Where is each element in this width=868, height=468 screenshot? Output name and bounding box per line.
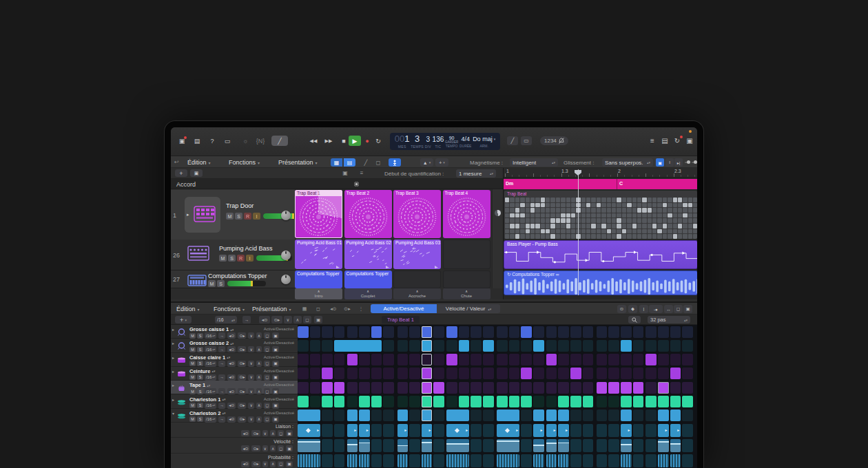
- step-slot[interactable]: [334, 410, 345, 421]
- step-slot[interactable]: [658, 326, 669, 338]
- step-slot[interactable]: [310, 340, 321, 352]
- step-slot[interactable]: [422, 354, 433, 365]
- mute-button[interactable]: M: [189, 347, 196, 352]
- step-on[interactable]: [322, 396, 333, 407]
- lane-cell-vel[interactable]: [422, 439, 433, 452]
- octave-up-icon[interactable]: ∧: [256, 361, 262, 367]
- pointer-tool-select[interactable]: ▲▾: [420, 158, 433, 167]
- lane-up-icon[interactable]: ∧: [270, 461, 276, 467]
- solo-button[interactable]: S: [197, 374, 203, 380]
- clear-icon[interactable]: ◻: [264, 374, 270, 381]
- step-slot[interactable]: [446, 396, 457, 407]
- step-slot[interactable]: [359, 326, 370, 338]
- monitor-icon[interactable]: ◆: [628, 305, 637, 313]
- lane-slot[interactable]: [409, 424, 420, 437]
- step-slot[interactable]: [533, 326, 544, 338]
- search-zoom-button[interactable]: [628, 316, 641, 323]
- lane-shift-left-icon[interactable]: ◂⊙: [241, 430, 249, 436]
- pan-knob[interactable]: [281, 211, 291, 220]
- lane-slot[interactable]: [682, 439, 693, 452]
- step-slot[interactable]: [670, 326, 681, 338]
- step-slot[interactable]: [347, 382, 358, 394]
- lane-slot[interactable]: [570, 424, 581, 437]
- solo-button[interactable]: S: [197, 333, 203, 339]
- record-enable-button[interactable]: R: [237, 255, 245, 262]
- step-slot[interactable]: [409, 396, 420, 407]
- lane-clear-icon[interactable]: ◻: [278, 445, 284, 451]
- fill-icon[interactable]: ▣: [272, 416, 279, 423]
- lane-cell-vel[interactable]: [533, 439, 544, 452]
- solo-button[interactable]: S: [197, 416, 203, 422]
- step-slot[interactable]: [597, 396, 608, 407]
- solo-button[interactable]: S: [228, 255, 236, 262]
- menu-presentation[interactable]: Présentation▾: [278, 159, 318, 166]
- mute-button[interactable]: M: [189, 389, 196, 394]
- step-on[interactable]: [422, 396, 433, 407]
- step-slot[interactable]: [621, 326, 632, 338]
- step-slot[interactable]: [497, 340, 508, 352]
- fill-icon[interactable]: ▣: [272, 346, 279, 352]
- step-slot[interactable]: [682, 410, 693, 421]
- octave-up-icon[interactable]: ∧: [256, 332, 262, 339]
- step-slot[interactable]: [633, 326, 644, 338]
- text-tool-icon[interactable]: I: [639, 305, 648, 313]
- step-on[interactable]: [546, 354, 557, 365]
- octave-up-icon[interactable]: ∧: [256, 403, 262, 409]
- mute-button[interactable]: M: [208, 280, 216, 287]
- step-slot[interactable]: [570, 340, 581, 352]
- step-slot[interactable]: [558, 326, 569, 338]
- octave-up-icon[interactable]: ∧: [293, 316, 302, 323]
- step-on[interactable]: [521, 326, 532, 338]
- step-slot[interactable]: [546, 326, 557, 338]
- row-disclosure[interactable]: ▸: [172, 341, 174, 345]
- step-slot[interactable]: [483, 410, 494, 421]
- step-slot[interactable]: [433, 340, 444, 352]
- lane-slot[interactable]: [433, 424, 444, 437]
- row-rate[interactable]: /16▴▾: [205, 403, 216, 409]
- step-on[interactable]: [633, 382, 644, 394]
- step-slot[interactable]: [497, 382, 508, 394]
- step-slot[interactable]: [397, 326, 409, 338]
- step-on[interactable]: [446, 326, 457, 338]
- lane-cell-tie[interactable]: ▸: [397, 424, 409, 437]
- seq-row-header[interactable]: ▸Charleston 1▴▾Activé/DesactivéMS/16▴▾→◂…: [171, 395, 298, 409]
- empty-cell-slot[interactable]: [393, 270, 441, 288]
- lane-cell-vel[interactable]: [347, 439, 358, 452]
- lane-cell-tie[interactable]: ▸: [298, 424, 320, 437]
- step-slot[interactable]: [471, 326, 482, 338]
- lane-cell-prob[interactable]: [658, 454, 669, 467]
- row-rate[interactable]: /16▴▾: [205, 388, 216, 394]
- row-disclosure[interactable]: ▾: [172, 411, 174, 416]
- h-zoom-slider[interactable]: [692, 162, 696, 163]
- lane-cell-tie[interactable]: ▸: [497, 424, 519, 437]
- step-on[interactable]: [583, 396, 594, 407]
- row-rate[interactable]: /16▴▾: [205, 332, 216, 339]
- step-slot[interactable]: [645, 410, 657, 421]
- step-on[interactable]: [433, 396, 444, 407]
- window-icon[interactable]: ▣: [683, 305, 692, 313]
- step-slot[interactable]: [509, 382, 520, 394]
- lane-cell-vel[interactable]: [558, 439, 569, 452]
- snap-select[interactable]: Intelligent▴▾: [510, 158, 558, 167]
- step-rate-select[interactable]: /16▴▾: [215, 316, 237, 323]
- lane-fill-icon[interactable]: ▣: [286, 445, 293, 451]
- step-slot[interactable]: [298, 382, 309, 394]
- lane-slot[interactable]: [633, 424, 644, 437]
- step-slot[interactable]: [347, 326, 358, 338]
- step-slot[interactable]: [608, 396, 619, 407]
- step-slot[interactable]: [521, 340, 532, 352]
- shift-right-icon[interactable]: ⊙▸: [238, 346, 246, 352]
- row-disclosure[interactable]: ▸: [172, 383, 174, 387]
- copy-icon[interactable]: ▣: [190, 169, 203, 177]
- mute-button[interactable]: M: [189, 374, 196, 380]
- lane-slot[interactable]: [433, 439, 444, 452]
- shift-left-icon[interactable]: ◂⊙: [227, 332, 236, 339]
- step-slot[interactable]: [670, 340, 681, 352]
- step-on[interactable]: [422, 326, 433, 338]
- fill-icon[interactable]: ▣: [314, 316, 322, 323]
- lane-slot[interactable]: [608, 454, 619, 467]
- step-on[interactable]: [446, 354, 457, 365]
- step-slot[interactable]: [383, 354, 394, 365]
- step-on[interactable]: [645, 396, 657, 407]
- lane-slot[interactable]: [471, 424, 482, 437]
